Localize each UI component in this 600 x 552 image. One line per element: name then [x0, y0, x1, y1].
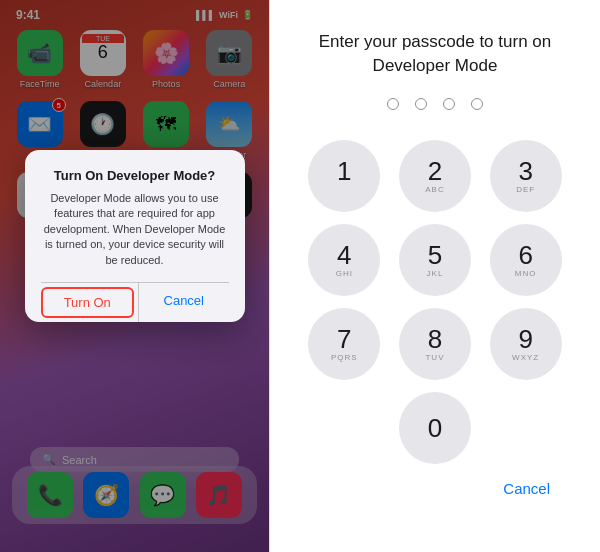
key-4-main: 4: [337, 242, 351, 268]
key-3-main: 3: [518, 158, 532, 184]
dot-1: [387, 98, 399, 110]
dialog-body: Developer Mode allows you to use feature…: [41, 191, 229, 268]
key-4[interactable]: 4 GHI: [308, 224, 380, 296]
key-2-main: 2: [428, 158, 442, 184]
key-4-sub: GHI: [336, 269, 353, 278]
passcode-panel: Enter your passcode to turn on Developer…: [270, 0, 600, 552]
key-6-sub: MNO: [515, 269, 537, 278]
key-3-sub: DEF: [516, 185, 535, 194]
key-7-main: 7: [337, 326, 351, 352]
key-0[interactable]: 0: [399, 392, 471, 464]
dot-3: [443, 98, 455, 110]
developer-mode-dialog: Turn On Developer Mode? Developer Mode a…: [25, 150, 245, 322]
passcode-title: Enter your passcode to turn on Developer…: [319, 30, 551, 78]
key-6[interactable]: 6 MNO: [490, 224, 562, 296]
key-6-main: 6: [518, 242, 532, 268]
key-7-sub: PQRS: [331, 353, 358, 362]
numpad: 1 2 ABC 3 DEF 4 GHI 5 JKL 6 MNO 7 PQRS 8: [305, 140, 565, 464]
key-8[interactable]: 8 TUV: [399, 308, 471, 380]
key-1-sub: [343, 185, 346, 194]
key-1-main: 1: [337, 158, 351, 184]
passcode-title-line1: Enter your passcode to turn on: [319, 32, 551, 51]
key-8-sub: TUV: [425, 353, 444, 362]
key-9-main: 9: [518, 326, 532, 352]
key-7[interactable]: 7 PQRS: [308, 308, 380, 380]
key-5[interactable]: 5 JKL: [399, 224, 471, 296]
passcode-cancel-button[interactable]: Cancel: [503, 480, 550, 497]
dialog-overlay: Turn On Developer Mode? Developer Mode a…: [0, 0, 269, 552]
dialog-title: Turn On Developer Mode?: [41, 168, 229, 183]
key-3[interactable]: 3 DEF: [490, 140, 562, 212]
key-1[interactable]: 1: [308, 140, 380, 212]
passcode-dots: [387, 98, 483, 110]
key-5-sub: JKL: [427, 269, 444, 278]
turn-on-button[interactable]: Turn On: [41, 287, 135, 318]
iphone-screen: 9:41 ▌▌▌ WiFi 🔋 📹 FaceTime TUE 6 Calenda…: [0, 0, 270, 552]
key-5-main: 5: [428, 242, 442, 268]
key-2[interactable]: 2 ABC: [399, 140, 471, 212]
key-9-sub: WXYZ: [512, 353, 539, 362]
key-9[interactable]: 9 WXYZ: [490, 308, 562, 380]
dialog-buttons: Turn On Cancel: [41, 282, 229, 322]
key-2-sub: ABC: [425, 185, 444, 194]
key-8-main: 8: [428, 326, 442, 352]
passcode-title-line2: Developer Mode: [373, 56, 498, 75]
key-0-main: 0: [428, 415, 442, 441]
dot-2: [415, 98, 427, 110]
cancel-dialog-button[interactable]: Cancel: [139, 283, 229, 322]
dot-4: [471, 98, 483, 110]
